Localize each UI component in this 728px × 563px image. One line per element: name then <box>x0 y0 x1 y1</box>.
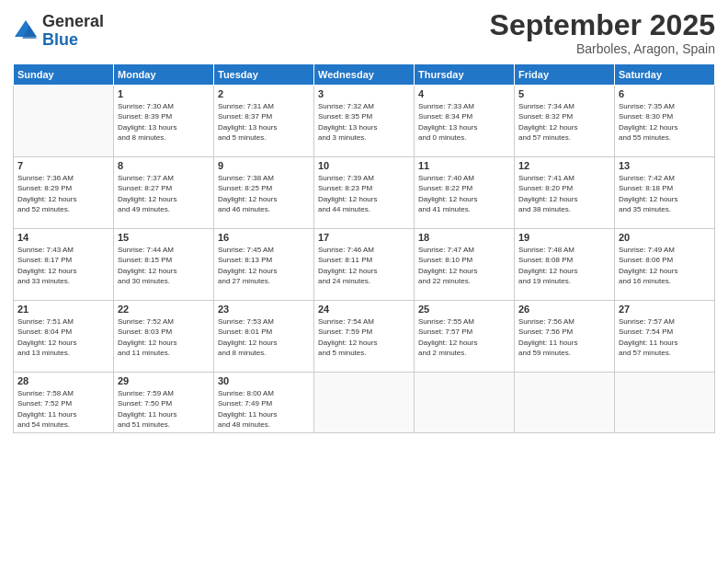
day-info: Sunrise: 7:43 AM Sunset: 8:17 PM Dayligh… <box>17 245 109 286</box>
day-info: Sunrise: 7:30 AM Sunset: 8:39 PM Dayligh… <box>118 101 210 143</box>
calendar-cell: 8Sunrise: 7:37 AM Sunset: 8:27 PM Daylig… <box>114 157 214 229</box>
calendar-cell: 2Sunrise: 7:31 AM Sunset: 8:37 PM Daylig… <box>214 86 314 157</box>
day-number: 17 <box>318 232 410 243</box>
calendar-table: SundayMondayTuesdayWednesdayThursdayFrid… <box>13 63 715 433</box>
week-row-4: 21Sunrise: 7:51 AM Sunset: 8:04 PM Dayli… <box>14 301 715 373</box>
calendar-cell: 17Sunrise: 7:46 AM Sunset: 8:11 PM Dayli… <box>314 229 415 301</box>
day-info: Sunrise: 7:42 AM Sunset: 8:18 PM Dayligh… <box>619 173 711 214</box>
logo-text: General Blue <box>42 13 104 50</box>
logo-icon <box>13 18 39 44</box>
calendar-cell: 3Sunrise: 7:32 AM Sunset: 8:35 PM Daylig… <box>314 86 415 157</box>
day-number: 20 <box>619 232 711 243</box>
calendar-cell: 25Sunrise: 7:55 AM Sunset: 7:57 PM Dayli… <box>415 301 515 373</box>
calendar-cell: 5Sunrise: 7:34 AM Sunset: 8:32 PM Daylig… <box>515 86 615 157</box>
day-number: 26 <box>518 304 610 315</box>
day-info: Sunrise: 7:52 AM Sunset: 8:03 PM Dayligh… <box>118 316 210 358</box>
day-number: 5 <box>518 88 610 99</box>
day-info: Sunrise: 7:45 AM Sunset: 8:13 PM Dayligh… <box>218 245 310 286</box>
day-number: 19 <box>518 232 610 243</box>
calendar-cell: 12Sunrise: 7:41 AM Sunset: 8:20 PM Dayli… <box>515 157 615 229</box>
day-number: 27 <box>619 304 711 315</box>
day-number: 18 <box>418 232 510 243</box>
calendar-cell: 9Sunrise: 7:38 AM Sunset: 8:25 PM Daylig… <box>214 157 314 229</box>
day-info: Sunrise: 7:58 AM Sunset: 7:52 PM Dayligh… <box>17 388 109 430</box>
header-row: SundayMondayTuesdayWednesdayThursdayFrid… <box>14 64 715 86</box>
col-header-friday: Friday <box>515 64 615 86</box>
col-header-tuesday: Tuesday <box>214 64 314 86</box>
calendar-cell: 18Sunrise: 7:47 AM Sunset: 8:10 PM Dayli… <box>415 229 515 301</box>
week-row-5: 28Sunrise: 7:58 AM Sunset: 7:52 PM Dayli… <box>14 373 715 433</box>
calendar-cell: 27Sunrise: 7:57 AM Sunset: 7:54 PM Dayli… <box>615 301 715 373</box>
day-info: Sunrise: 7:41 AM Sunset: 8:20 PM Dayligh… <box>518 173 610 214</box>
day-number: 11 <box>418 160 510 171</box>
day-info: Sunrise: 7:53 AM Sunset: 8:01 PM Dayligh… <box>218 316 310 358</box>
day-number: 14 <box>17 232 109 243</box>
day-info: Sunrise: 7:47 AM Sunset: 8:10 PM Dayligh… <box>418 245 510 286</box>
day-info: Sunrise: 7:51 AM Sunset: 8:04 PM Dayligh… <box>17 316 109 358</box>
day-info: Sunrise: 7:39 AM Sunset: 8:23 PM Dayligh… <box>318 173 410 214</box>
calendar-cell: 4Sunrise: 7:33 AM Sunset: 8:34 PM Daylig… <box>415 86 515 157</box>
week-row-2: 7Sunrise: 7:36 AM Sunset: 8:29 PM Daylig… <box>14 157 715 229</box>
day-number: 10 <box>318 160 410 171</box>
day-info: Sunrise: 7:56 AM Sunset: 7:56 PM Dayligh… <box>518 316 610 358</box>
day-number: 21 <box>17 304 109 315</box>
calendar-cell <box>515 373 615 433</box>
day-info: Sunrise: 7:55 AM Sunset: 7:57 PM Dayligh… <box>418 316 510 358</box>
day-number: 12 <box>518 160 610 171</box>
day-info: Sunrise: 7:59 AM Sunset: 7:50 PM Dayligh… <box>118 388 210 430</box>
calendar-cell: 20Sunrise: 7:49 AM Sunset: 8:06 PM Dayli… <box>615 229 715 301</box>
calendar-cell: 21Sunrise: 7:51 AM Sunset: 8:04 PM Dayli… <box>14 301 114 373</box>
calendar-cell: 1Sunrise: 7:30 AM Sunset: 8:39 PM Daylig… <box>114 86 214 157</box>
day-info: Sunrise: 7:48 AM Sunset: 8:08 PM Dayligh… <box>518 245 610 286</box>
calendar-cell: 24Sunrise: 7:54 AM Sunset: 7:59 PM Dayli… <box>314 301 415 373</box>
day-info: Sunrise: 7:38 AM Sunset: 8:25 PM Dayligh… <box>218 173 310 214</box>
location-subtitle: Barboles, Aragon, Spain <box>490 41 715 56</box>
day-number: 13 <box>619 160 711 171</box>
day-number: 24 <box>318 304 410 315</box>
calendar-cell <box>14 86 114 157</box>
day-info: Sunrise: 7:44 AM Sunset: 8:15 PM Dayligh… <box>118 245 210 286</box>
week-row-3: 14Sunrise: 7:43 AM Sunset: 8:17 PM Dayli… <box>14 229 715 301</box>
day-info: Sunrise: 7:54 AM Sunset: 7:59 PM Dayligh… <box>318 316 410 358</box>
calendar-cell: 26Sunrise: 7:56 AM Sunset: 7:56 PM Dayli… <box>515 301 615 373</box>
day-info: Sunrise: 7:32 AM Sunset: 8:35 PM Dayligh… <box>318 101 410 143</box>
calendar-cell: 10Sunrise: 7:39 AM Sunset: 8:23 PM Dayli… <box>314 157 415 229</box>
calendar-cell: 13Sunrise: 7:42 AM Sunset: 8:18 PM Dayli… <box>615 157 715 229</box>
day-number: 3 <box>318 88 410 99</box>
col-header-saturday: Saturday <box>615 64 715 86</box>
logo-blue: Blue <box>42 31 104 50</box>
calendar-cell: 7Sunrise: 7:36 AM Sunset: 8:29 PM Daylig… <box>14 157 114 229</box>
calendar-cell: 19Sunrise: 7:48 AM Sunset: 8:08 PM Dayli… <box>515 229 615 301</box>
logo: General Blue <box>13 13 104 50</box>
calendar-cell: 14Sunrise: 7:43 AM Sunset: 8:17 PM Dayli… <box>14 229 114 301</box>
calendar-cell: 30Sunrise: 8:00 AM Sunset: 7:49 PM Dayli… <box>214 373 314 433</box>
day-info: Sunrise: 7:33 AM Sunset: 8:34 PM Dayligh… <box>418 101 510 143</box>
calendar-cell: 22Sunrise: 7:52 AM Sunset: 8:03 PM Dayli… <box>114 301 214 373</box>
day-info: Sunrise: 7:40 AM Sunset: 8:22 PM Dayligh… <box>418 173 510 214</box>
logo-general: General <box>42 13 104 31</box>
day-info: Sunrise: 7:35 AM Sunset: 8:30 PM Dayligh… <box>619 101 711 143</box>
day-number: 25 <box>418 304 510 315</box>
day-number: 1 <box>118 88 210 99</box>
calendar-page: General Blue September 2025 Barboles, Ar… <box>0 0 728 563</box>
day-number: 23 <box>218 304 310 315</box>
day-number: 7 <box>17 160 109 171</box>
day-number: 2 <box>218 88 310 99</box>
calendar-cell <box>314 373 415 433</box>
calendar-cell: 23Sunrise: 7:53 AM Sunset: 8:01 PM Dayli… <box>214 301 314 373</box>
day-number: 9 <box>218 160 310 171</box>
calendar-cell <box>415 373 515 433</box>
col-header-wednesday: Wednesday <box>314 64 415 86</box>
page-header: General Blue September 2025 Barboles, Ar… <box>13 9 715 56</box>
day-info: Sunrise: 7:49 AM Sunset: 8:06 PM Dayligh… <box>619 245 711 286</box>
day-number: 30 <box>218 375 310 386</box>
calendar-cell <box>615 373 715 433</box>
day-info: Sunrise: 7:36 AM Sunset: 8:29 PM Dayligh… <box>17 173 109 214</box>
day-number: 28 <box>17 375 109 386</box>
month-title: September 2025 <box>490 9 715 41</box>
day-info: Sunrise: 7:46 AM Sunset: 8:11 PM Dayligh… <box>318 245 410 286</box>
calendar-cell: 29Sunrise: 7:59 AM Sunset: 7:50 PM Dayli… <box>114 373 214 433</box>
title-block: September 2025 Barboles, Aragon, Spain <box>490 9 715 56</box>
day-number: 15 <box>118 232 210 243</box>
calendar-cell: 16Sunrise: 7:45 AM Sunset: 8:13 PM Dayli… <box>214 229 314 301</box>
